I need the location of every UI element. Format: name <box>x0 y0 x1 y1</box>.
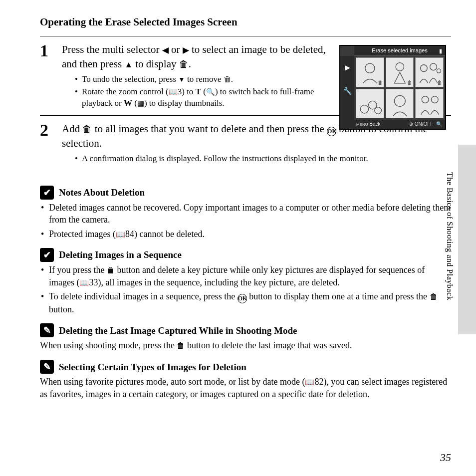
ok-button-icon: OK <box>327 127 336 136</box>
page-ref-icon <box>169 87 178 96</box>
up-arrow-icon: ▲ <box>124 59 133 71</box>
note-pencil-icon: ✎ <box>40 360 54 374</box>
thumbnail: 🗑 <box>356 57 384 87</box>
svg-point-0 <box>365 63 375 73</box>
trash-icon <box>179 58 189 70</box>
svg-point-5 <box>360 105 368 113</box>
thumbnail <box>356 89 384 119</box>
section-title: Deleting the Last Image Captured While i… <box>59 324 297 337</box>
page-ref-icon <box>116 229 125 239</box>
trash-mark-icon: 🗑 <box>437 79 442 86</box>
lcd-onoff-label: ON/OFF <box>415 121 434 127</box>
lcd-title-bar: Erase selected images ▮ <box>354 46 445 56</box>
trash-icon <box>224 74 231 84</box>
thumbnail <box>415 89 444 119</box>
thumbnail: 🗑 <box>415 57 444 87</box>
body-text: When using shooting mode, press the butt… <box>40 339 451 352</box>
lcd-bottom-bar: MENU Back ⊕ ON/OFF 🔍 <box>340 120 445 129</box>
caution-check-icon: ✔ <box>40 248 54 262</box>
list-item: To undo the selection, press ▼ to remove… <box>75 74 336 85</box>
svg-point-10 <box>432 96 439 103</box>
list-item: A confirmation dialog is displayed. Foll… <box>75 153 451 165</box>
step-text: Press the multi selector ◀ or ▶ to selec… <box>62 42 336 71</box>
trash-mark-icon: 🗑 <box>378 79 383 86</box>
thumbnail <box>386 89 414 119</box>
lcd-title: Erase selected images <box>372 47 427 53</box>
left-arrow-icon: ◀ <box>162 45 169 56</box>
body-text: When using favorite pictures mode, auto … <box>40 376 451 400</box>
section-last-image: ✎ Deleting the Last Image Captured While… <box>40 323 451 337</box>
page-title: Operating the Erase Selected Images Scre… <box>40 15 451 29</box>
magnify-icon <box>206 87 215 96</box>
trash-icon <box>107 265 115 275</box>
divider <box>40 36 451 36</box>
list-item: Rotate the zoom control (3) to T () to s… <box>75 86 336 109</box>
lcd-thumbnail-grid: 🗑 🗑 🗑 <box>354 56 445 120</box>
section-title: Deleting Images in a Sequence <box>59 248 182 261</box>
list-item: Deleted images cannot be recovered. Copy… <box>40 202 451 226</box>
svg-point-7 <box>375 107 382 114</box>
section-types: ✎ Selecting Certain Types of Images for … <box>40 360 451 374</box>
right-arrow-icon: ▶ <box>183 45 189 56</box>
svg-point-4 <box>437 69 441 73</box>
thumbnail: 🗑 <box>386 57 414 87</box>
grid-icon <box>137 98 144 108</box>
camera-lcd-figure: Erase selected images ▮ ▶ 🔧 🗑 🗑 🗑 MENU B… <box>339 45 446 130</box>
chapter-tab <box>458 145 476 334</box>
trash-icon <box>177 340 185 350</box>
menu-icon: MENU <box>356 122 368 127</box>
playback-icon: ▶ <box>345 63 350 72</box>
trash-icon <box>430 291 438 301</box>
ok-button-icon: OK <box>238 294 247 303</box>
page-number: 35 <box>440 450 451 465</box>
svg-point-3 <box>430 63 437 70</box>
section-title: Selecting Certain Types of Images for De… <box>59 361 246 374</box>
caution-check-icon: ✔ <box>40 186 54 200</box>
svg-point-9 <box>422 96 429 103</box>
step-number: 1 <box>40 42 62 59</box>
wrench-icon: 🔧 <box>343 86 352 96</box>
svg-point-8 <box>394 95 405 106</box>
lcd-sidebar: ▶ 🔧 <box>340 56 354 120</box>
trash-mark-icon: 🗑 <box>407 79 412 86</box>
battery-icon: ▮ <box>439 47 442 55</box>
step-number: 2 <box>40 122 62 139</box>
section-notes-deletion: ✔ Notes About Deletion <box>40 186 451 200</box>
section-title: Notes About Deletion <box>59 186 145 199</box>
svg-point-1 <box>396 63 404 71</box>
trash-icon <box>82 123 92 135</box>
list-item: Protected images (84) cannot be deleted. <box>40 228 451 240</box>
page-ref-icon <box>305 377 314 387</box>
svg-point-2 <box>421 65 428 72</box>
list-item: To delete individual images in a sequenc… <box>40 290 451 315</box>
note-pencil-icon: ✎ <box>40 323 54 337</box>
page-ref-icon <box>79 277 89 287</box>
lcd-back-label: Back <box>369 121 380 127</box>
section-sequence: ✔ Deleting Images in a Sequence <box>40 248 451 262</box>
list-item: If you press the button and delete a key… <box>40 264 451 288</box>
down-arrow-icon: ▼ <box>178 75 185 84</box>
